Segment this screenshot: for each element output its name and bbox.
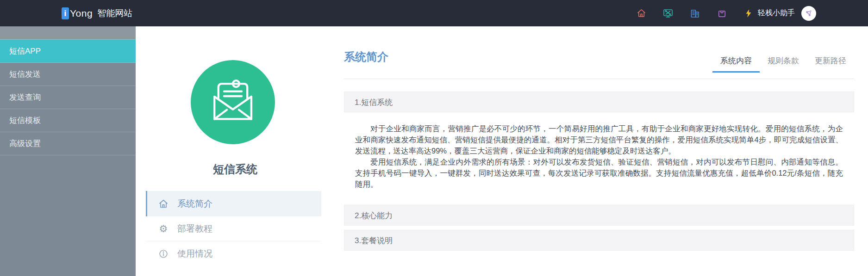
app-title: 短信系统 (136, 162, 335, 177)
home-icon (157, 198, 169, 209)
open-envelope-icon (191, 60, 275, 144)
app-panel: 短信系统 系统简介 ⚙ 部署教程 使用情况 (136, 26, 344, 276)
section-body-sms-system: 对于企业和商家而言，营销推广是必不可少的环节，一个简易好用的推广工具，有助于企业… (344, 112, 854, 201)
menu-item-usage-status[interactable]: 使用情况 (146, 241, 321, 266)
sidebar-item-send-query[interactable]: 发送查询 (0, 86, 136, 109)
molecule-icon (804, 8, 814, 18)
menu-item-label: 部署教程 (177, 223, 212, 235)
sidebar-item-sms-template[interactable]: 短信模板 (0, 109, 136, 132)
sidebar-item-sms-app[interactable]: 短信APP (0, 40, 136, 63)
sidebar: 短信APP 短信发送 发送查询 短信模板 高级设置 (0, 26, 136, 276)
logo-suffix-text: 智能网站 (97, 7, 132, 19)
page-title: 系统简介 (344, 49, 388, 64)
sections: 1.短信系统 对于企业和商家而言，营销推广是必不可少的环节，一个简易好用的推广工… (344, 92, 854, 251)
info-icon (157, 249, 169, 259)
tab-system-content[interactable]: 系统内容 (712, 55, 760, 73)
company-buildings-icon[interactable] (689, 8, 700, 19)
divider (344, 79, 854, 79)
logo-i-icon: i (62, 7, 69, 19)
menu-item-deploy-tutorial[interactable]: ⚙ 部署教程 (146, 216, 321, 241)
section-header-package-info[interactable]: 3.套餐说明 (344, 230, 854, 251)
app-menu: 系统简介 ⚙ 部署教程 使用情况 (146, 191, 321, 266)
sidebar-top-strip (0, 26, 136, 40)
top-navbar: i Yong 智能网站 (0, 0, 868, 26)
assistant-label: 轻栈小助手 (758, 8, 795, 18)
home-icon[interactable] (636, 8, 647, 19)
brand-logo[interactable]: i Yong 智能网站 (62, 7, 132, 19)
logo-brand-text: Yong (70, 8, 93, 19)
tab-bar: 系统内容 规则条款 更新路径 (712, 55, 854, 73)
shop-bag-icon[interactable] (716, 8, 727, 19)
sidebar-item-advanced-settings[interactable]: 高级设置 (0, 132, 136, 155)
sidebar-item-sms-send[interactable]: 短信发送 (0, 63, 136, 86)
menu-item-label: 系统简介 (177, 198, 212, 210)
paragraph: 爱用短信系统，满足企业内外需求的所有场景：对外可以发布发货短信、验证短信、营销短… (355, 156, 843, 190)
navbar-actions: 轻栈小助手 (620, 6, 868, 21)
avatar[interactable] (801, 6, 816, 21)
main-content: 系统简介 系统内容 规则条款 更新路径 1.短信系统 对于企业和商家而言，营销推… (344, 26, 854, 276)
section-header-core-capability[interactable]: 2.核心能力 (344, 205, 854, 226)
section-header-sms-system[interactable]: 1.短信系统 (344, 92, 854, 112)
menu-item-system-intro[interactable]: 系统简介 (146, 191, 321, 216)
menu-item-label: 使用情况 (177, 248, 212, 260)
assistant-button[interactable]: 轻栈小助手 (744, 8, 795, 18)
lightning-icon (744, 8, 753, 18)
paragraph: 对于企业和商家而言，营销推广是必不可少的环节，一个简易好用的推广工具，有助于企业… (355, 123, 843, 156)
gear-icon: ⚙ (157, 224, 169, 233)
tab-rules-terms[interactable]: 规则条款 (760, 55, 807, 73)
tab-update-path[interactable]: 更新路径 (807, 55, 854, 73)
design-monitor-icon[interactable] (662, 8, 674, 19)
